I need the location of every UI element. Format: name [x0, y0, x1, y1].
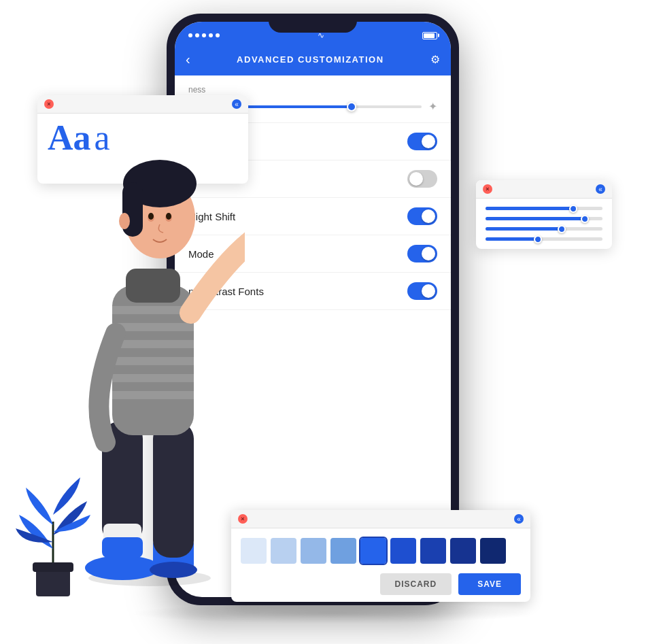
contrast-fonts-toggle[interactable] — [407, 282, 437, 300]
swatch-actions: DISCARD SAVE — [241, 573, 521, 595]
appearance-toggle[interactable] — [407, 133, 437, 150]
color-swatch-panel: × « DISCARD SAVE — [231, 510, 530, 602]
phone-notch — [269, 14, 357, 33]
discard-button[interactable]: DISCARD — [380, 573, 452, 595]
svg-point-23 — [166, 213, 171, 220]
swatch-panel-header: × « — [231, 510, 530, 528]
sliders-panel-body — [476, 199, 612, 249]
swatch-body: DISCARD SAVE — [231, 528, 530, 602]
color-sliders-panel: × « — [476, 180, 612, 249]
ground-shadow — [128, 603, 536, 624]
swatch-4[interactable] — [330, 538, 356, 564]
svg-rect-14 — [112, 391, 194, 399]
filter-icon[interactable]: ⚙ — [430, 53, 440, 66]
person-illustration — [54, 61, 245, 592]
svg-rect-15 — [126, 269, 180, 303]
svg-rect-13 — [112, 374, 194, 382]
swatch-3[interactable] — [301, 538, 326, 564]
swatch-9[interactable] — [480, 538, 506, 564]
svg-point-3 — [150, 562, 197, 578]
font-panel-close[interactable]: × — [44, 99, 54, 109]
cs-track-1[interactable] — [486, 207, 602, 210]
color-slider-4 — [486, 237, 602, 241]
svg-rect-11 — [112, 340, 194, 348]
svg-point-24 — [119, 213, 130, 229]
brightness-max-icon: ✦ — [428, 100, 437, 113]
swatch-panel-collapse[interactable]: « — [514, 514, 524, 524]
sliders-panel-header: × « — [476, 180, 612, 199]
cs-track-2[interactable] — [486, 217, 602, 220]
true-tone-toggle[interactable] — [407, 170, 437, 188]
swatch-row — [241, 538, 521, 564]
color-slider-2 — [486, 217, 602, 220]
swatch-8[interactable] — [450, 538, 476, 564]
mode-toggle[interactable] — [407, 245, 437, 262]
color-slider-3 — [486, 227, 602, 231]
night-shift-toggle[interactable] — [407, 207, 437, 225]
svg-rect-7 — [102, 537, 143, 558]
svg-point-22 — [148, 213, 154, 220]
swatch-7[interactable] — [420, 538, 446, 564]
screen-title: ADVANCED CUSTOMIZATION — [237, 54, 384, 65]
save-button[interactable]: SAVE — [458, 573, 521, 595]
svg-rect-12 — [112, 357, 194, 365]
battery-icon — [422, 32, 437, 39]
svg-point-1 — [85, 556, 160, 580]
sliders-panel-collapse[interactable]: « — [596, 184, 605, 194]
svg-rect-5 — [153, 422, 194, 558]
swatch-2[interactable] — [271, 538, 296, 564]
cs-track-4[interactable] — [486, 237, 602, 241]
sliders-panel-close[interactable]: × — [483, 184, 492, 194]
swatch-5[interactable] — [360, 538, 386, 564]
color-slider-1 — [486, 207, 602, 210]
cs-track-3[interactable] — [486, 227, 602, 231]
swatch-6[interactable] — [390, 538, 416, 564]
signal-dots — [188, 33, 220, 37]
